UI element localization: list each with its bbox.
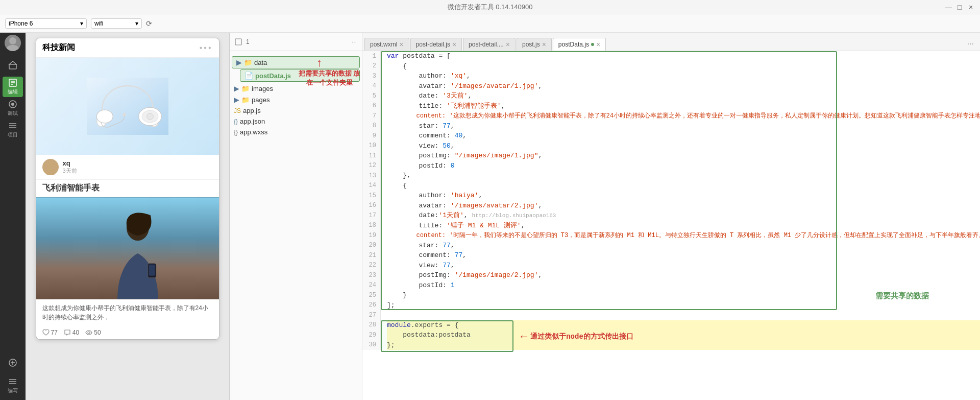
tab-post-js-close[interactable]: × bbox=[542, 40, 546, 49]
phone-header: 科技新闻 ••• bbox=[36, 38, 219, 58]
tab-post-detail-dot[interactable]: post-detail.... × bbox=[463, 38, 516, 51]
post-content: 这款想成为你健康小帮手的飞利浦健康智能手表，除了有24小时的持续心率监测之外， bbox=[36, 299, 219, 326]
network-selector[interactable]: wifi ▾ bbox=[91, 18, 142, 29]
maximize-button[interactable]: □ bbox=[955, 3, 964, 11]
tree-item-postdata[interactable]: 📄 postData.js bbox=[240, 69, 360, 82]
tree-item-app-json[interactable]: {} app.json bbox=[230, 116, 362, 127]
code-line-22: view: 77, bbox=[387, 261, 980, 271]
js-app-icon: JS bbox=[234, 107, 241, 114]
comments-count: 40 bbox=[64, 329, 79, 336]
tab-post-wxml-close[interactable]: × bbox=[399, 40, 403, 49]
code-editor: post.wxml × post-detail.js × post-detail… bbox=[362, 33, 980, 400]
tree-item-app-wxss[interactable]: {} app.wxss bbox=[230, 127, 362, 137]
js-file-icon: 📄 bbox=[244, 72, 253, 80]
tab-post-js[interactable]: post.js × bbox=[517, 38, 552, 51]
rotate-icon[interactable]: ⟳ bbox=[146, 19, 152, 28]
tab-postdata-js[interactable]: postData.js × bbox=[553, 38, 606, 51]
phone-banner bbox=[36, 58, 219, 155]
svg-rect-31 bbox=[149, 265, 155, 276]
network-label: wifi bbox=[94, 20, 103, 27]
close-button[interactable]: × bbox=[967, 3, 975, 11]
main-layout: 编辑 调试 项目 编写 科技新闻 ••• bbox=[0, 33, 980, 400]
tab-post-js-label: post.js bbox=[522, 41, 540, 48]
post-author: xq bbox=[63, 159, 77, 167]
tab-post-wxml[interactable]: post.wxml × bbox=[364, 38, 409, 51]
menu-bar: 设置 动作 帮助 bbox=[0, 0, 980, 14]
post-image bbox=[36, 197, 219, 299]
pages-folder-label: pages bbox=[252, 96, 270, 104]
file-tree: 1 ··· ▶ 📁 data 📄 postData.js ▶ 📁 images bbox=[230, 33, 362, 400]
tab-post-detail-dot-close[interactable]: × bbox=[506, 40, 510, 49]
code-line-15: author: 'haiya', bbox=[387, 191, 980, 201]
code-line-17: date:'1天前', http://blog.shuipaopao163 bbox=[387, 210, 980, 221]
svg-point-0 bbox=[9, 37, 16, 44]
code-line-10: view: 50, bbox=[387, 141, 980, 151]
code-line-16: avatar: '/images/avatar/2.jpg', bbox=[387, 201, 980, 211]
postdata-file-label: postData.js bbox=[255, 72, 291, 80]
tab-post-wxml-label: post.wxml bbox=[370, 41, 397, 48]
code-line-29: postdata:postdata bbox=[387, 330, 980, 340]
code-line-8: star: 77, bbox=[387, 121, 980, 131]
folder-images-folder-icon: 📁 bbox=[241, 85, 250, 92]
app-js-label: app.js bbox=[243, 107, 261, 114]
tabs-overflow-button[interactable]: ··· bbox=[963, 37, 978, 51]
toolbar-page-num: 1 bbox=[246, 38, 250, 45]
code-text-area: var postdata = [ { author: 'xq', avatar:… bbox=[381, 51, 980, 350]
sidebar: 编辑 调试 项目 编写 bbox=[0, 33, 26, 400]
tab-modified-dot bbox=[591, 43, 594, 46]
svg-rect-2 bbox=[9, 64, 16, 69]
sidebar-item-debug[interactable]: 调试 bbox=[3, 98, 23, 119]
tab-post-detail-dot-label: post-detail.... bbox=[469, 41, 504, 48]
code-line-18: title: '锤子 M1 & M1L 测评', bbox=[387, 221, 980, 231]
menu-settings[interactable]: 设置 bbox=[5, 3, 18, 12]
page-icon bbox=[235, 38, 242, 45]
toolbar-more-icon[interactable]: ··· bbox=[352, 38, 357, 45]
tree-item-app-js[interactable]: JS app.js bbox=[230, 105, 362, 116]
sidebar-item-edit[interactable]: 编辑 bbox=[3, 77, 23, 97]
phone-menu-dots: ••• bbox=[200, 43, 213, 53]
code-line-12: postId: 0 bbox=[387, 161, 980, 171]
device-selector[interactable]: iPhone 6 ▾ bbox=[5, 18, 87, 29]
tab-postdata-js-label: postData.js bbox=[558, 41, 589, 48]
post-avatar bbox=[42, 159, 59, 175]
sidebar-item-project[interactable]: 项目 bbox=[3, 120, 23, 140]
file-tree-toolbar: 1 ··· bbox=[230, 33, 362, 51]
minimize-button[interactable]: — bbox=[944, 3, 952, 11]
views-count: 50 bbox=[85, 329, 101, 336]
code-line-4: avatar: '/images/avatar/1.jpg', bbox=[387, 81, 980, 91]
app-json-label: app.json bbox=[240, 117, 265, 125]
code-line-20: star: 77, bbox=[387, 241, 980, 251]
folder-expand-icon: ▶ bbox=[236, 58, 242, 66]
tree-item-images[interactable]: ▶ 📁 images bbox=[230, 83, 362, 94]
code-line-3: author: 'xq', bbox=[387, 71, 980, 81]
phone-title: 科技新闻 bbox=[42, 42, 75, 53]
code-line-13: }, bbox=[387, 171, 980, 181]
sidebar-item-extra2[interactable]: 编写 bbox=[3, 375, 23, 396]
tree-item-data[interactable]: ▶ 📁 data bbox=[232, 56, 360, 68]
sidebar-item-home[interactable] bbox=[3, 55, 23, 76]
tree-item-pages[interactable]: ▶ 📁 pages bbox=[230, 94, 362, 105]
post-footer: 77 40 50 bbox=[36, 326, 219, 339]
menu-actions[interactable]: 动作 bbox=[27, 3, 40, 12]
device-chevron-icon: ▾ bbox=[80, 20, 83, 27]
post-date: 3天前 bbox=[63, 167, 77, 175]
folder-images-icon: ▶ bbox=[234, 84, 239, 92]
avatar[interactable] bbox=[5, 35, 21, 51]
line-numbers: 1 2 3 4 5 6 7 8 9 10 11 12 13 14 15 16 1 bbox=[362, 51, 381, 350]
svg-point-21 bbox=[122, 113, 126, 116]
code-content[interactable]: 1 2 3 4 5 6 7 8 9 10 11 12 13 14 15 16 1 bbox=[362, 51, 980, 400]
code-line-21: comment: 77, bbox=[387, 250, 980, 261]
code-line-19: content: '时隔一年，我们等来的不是心望所归的 T3，而是属于新系列的 … bbox=[387, 230, 980, 241]
sidebar-item-extra1[interactable] bbox=[3, 353, 23, 373]
code-line-1: var postdata = [ bbox=[387, 51, 980, 61]
tab-post-detail-js-close[interactable]: × bbox=[452, 40, 456, 49]
device-name: iPhone 6 bbox=[9, 20, 33, 27]
svg-point-1 bbox=[7, 45, 19, 51]
svg-point-27 bbox=[45, 169, 56, 175]
tab-post-detail-js-label: post-detail.js bbox=[416, 41, 450, 48]
code-lines: 1 2 3 4 5 6 7 8 9 10 11 12 13 14 15 16 1 bbox=[362, 51, 980, 350]
tab-postdata-js-close[interactable]: × bbox=[596, 40, 600, 49]
menu-help[interactable]: 帮助 bbox=[48, 3, 61, 12]
tab-post-detail-js[interactable]: post-detail.js × bbox=[410, 38, 462, 51]
svg-point-26 bbox=[47, 162, 54, 168]
